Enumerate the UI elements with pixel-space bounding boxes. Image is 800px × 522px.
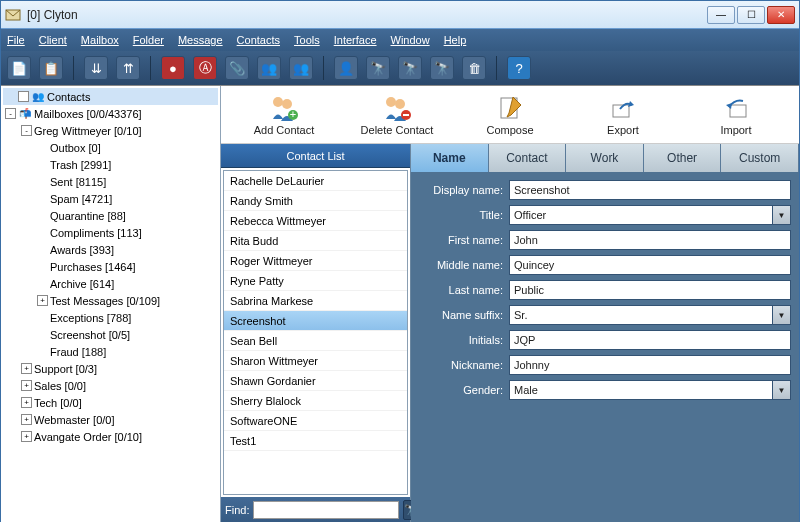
name-suffix-field[interactable]: [509, 305, 773, 325]
tree-item[interactable]: Fraud [188]: [3, 343, 218, 360]
contact-list-item[interactable]: Rebecca Wittmeyer: [224, 211, 407, 231]
tree-item[interactable]: Trash [2991]: [3, 156, 218, 173]
find-input[interactable]: [253, 501, 399, 519]
checkbox[interactable]: [18, 91, 29, 102]
menu-folder[interactable]: Folder: [133, 34, 164, 46]
contact-list-item[interactable]: Rita Budd: [224, 231, 407, 251]
tree-item[interactable]: -Greg Wittmeyer [0/10]: [3, 122, 218, 139]
tree-item[interactable]: +Avangate Order [0/10]: [3, 428, 218, 445]
contact-list-item[interactable]: Roger Wittmeyer: [224, 251, 407, 271]
menu-interface[interactable]: Interface: [334, 34, 377, 46]
expand-icon[interactable]: +: [21, 414, 32, 425]
tool-insert-icon[interactable]: 📎: [225, 56, 249, 80]
detail-tabs: NameContactWorkOtherCustom: [411, 144, 799, 172]
first-name-field[interactable]: [509, 230, 791, 250]
tree-item[interactable]: Screenshot [0/5]: [3, 326, 218, 343]
expand-icon[interactable]: +: [21, 380, 32, 391]
tool-find-prev-icon[interactable]: 🔭: [398, 56, 422, 80]
tree-item[interactable]: Spam [4721]: [3, 190, 218, 207]
tree-item[interactable]: Outbox [0]: [3, 139, 218, 156]
tab-work[interactable]: Work: [566, 144, 644, 172]
tab-name[interactable]: Name: [411, 144, 489, 172]
tree-item[interactable]: Purchases [1464]: [3, 258, 218, 275]
chevron-down-icon[interactable]: ▼: [773, 305, 791, 325]
menu-file[interactable]: File: [7, 34, 25, 46]
menu-client[interactable]: Client: [39, 34, 67, 46]
menu-tools[interactable]: Tools: [294, 34, 320, 46]
contact-list-item[interactable]: Sabrina Markese: [224, 291, 407, 311]
export-button[interactable]: Export: [578, 94, 668, 136]
tree-item[interactable]: 👥Contacts: [3, 88, 218, 105]
collapse-icon[interactable]: -: [21, 125, 32, 136]
nickname-field[interactable]: [509, 355, 791, 375]
contact-list-item[interactable]: Sean Bell: [224, 331, 407, 351]
tree-item[interactable]: Compliments [113]: [3, 224, 218, 241]
tree-item[interactable]: +Sales [0/0]: [3, 377, 218, 394]
contact-list[interactable]: Rachelle DeLaurierRandy SmithRebecca Wit…: [223, 170, 408, 495]
tool-help-icon[interactable]: ?: [507, 56, 531, 80]
title-field[interactable]: [509, 205, 773, 225]
middle-name-field[interactable]: [509, 255, 791, 275]
import-button[interactable]: Import: [691, 94, 781, 136]
collapse-icon[interactable]: -: [5, 108, 16, 119]
expand-icon[interactable]: +: [21, 431, 32, 442]
tool-binoculars-icon[interactable]: 🔭: [366, 56, 390, 80]
menu-message[interactable]: Message: [178, 34, 223, 46]
tab-other[interactable]: Other: [644, 144, 722, 172]
contact-list-item[interactable]: Ryne Patty: [224, 271, 407, 291]
tool-people-add-icon[interactable]: 👥: [257, 56, 281, 80]
tool-people-tag-icon[interactable]: 👥: [289, 56, 313, 80]
tree-item[interactable]: Awards [393]: [3, 241, 218, 258]
maximize-button[interactable]: ☐: [737, 6, 765, 24]
delete-contact-button[interactable]: Delete Contact: [352, 94, 442, 136]
menu-help[interactable]: Help: [444, 34, 467, 46]
contact-list-item[interactable]: Randy Smith: [224, 191, 407, 211]
expand-icon[interactable]: +: [37, 295, 48, 306]
tool-sync-down-icon[interactable]: ⇊: [84, 56, 108, 80]
contact-list-item[interactable]: SoftwareONE: [224, 411, 407, 431]
tab-contact[interactable]: Contact: [489, 144, 567, 172]
tool-record-icon[interactable]: ●: [161, 56, 185, 80]
add-contact-button[interactable]: +Add Contact: [239, 94, 329, 136]
gender-field[interactable]: [509, 380, 773, 400]
folder-tree[interactable]: 👥Contacts-📬Mailboxes [0/0/43376]-Greg Wi…: [1, 86, 221, 522]
tab-custom[interactable]: Custom: [721, 144, 799, 172]
contact-list-item[interactable]: Screenshot: [224, 311, 407, 331]
tool-find-next-icon[interactable]: 🔭: [430, 56, 454, 80]
tree-item[interactable]: +Test Messages [0/109]: [3, 292, 218, 309]
tree-item[interactable]: Exceptions [788]: [3, 309, 218, 326]
field-label: Initials:: [415, 334, 503, 346]
tool-trash-icon[interactable]: 🗑: [462, 56, 486, 80]
tree-item[interactable]: Archive [614]: [3, 275, 218, 292]
last-name-field[interactable]: [509, 280, 791, 300]
menu-mailbox[interactable]: Mailbox: [81, 34, 119, 46]
tree-label: Quarantine [88]: [50, 210, 126, 222]
tree-item[interactable]: Quarantine [88]: [3, 207, 218, 224]
expand-icon[interactable]: +: [21, 363, 32, 374]
expand-icon[interactable]: +: [21, 397, 32, 408]
tool-copy-icon[interactable]: 📋: [39, 56, 63, 80]
contact-list-item[interactable]: Sharon Wittmeyer: [224, 351, 407, 371]
contact-list-item[interactable]: Sherry Blalock: [224, 391, 407, 411]
menu-contacts[interactable]: Contacts: [237, 34, 280, 46]
contact-list-item[interactable]: Shawn Gordanier: [224, 371, 407, 391]
close-button[interactable]: ✕: [767, 6, 795, 24]
tool-contact-icon[interactable]: 👤: [334, 56, 358, 80]
tool-new-icon[interactable]: 📄: [7, 56, 31, 80]
compose-button[interactable]: Compose: [465, 94, 555, 136]
contact-list-item[interactable]: Test1: [224, 431, 407, 451]
tree-item[interactable]: Sent [8115]: [3, 173, 218, 190]
display-name-field[interactable]: [509, 180, 791, 200]
tree-item[interactable]: +Webmaster [0/0]: [3, 411, 218, 428]
chevron-down-icon[interactable]: ▼: [773, 205, 791, 225]
tool-sync-up-icon[interactable]: ⇈: [116, 56, 140, 80]
tree-item[interactable]: +Tech [0/0]: [3, 394, 218, 411]
minimize-button[interactable]: —: [707, 6, 735, 24]
initials-field[interactable]: [509, 330, 791, 350]
chevron-down-icon[interactable]: ▼: [773, 380, 791, 400]
tree-item[interactable]: -📬Mailboxes [0/0/43376]: [3, 105, 218, 122]
menu-window[interactable]: Window: [391, 34, 430, 46]
contact-list-item[interactable]: Rachelle DeLaurier: [224, 171, 407, 191]
tool-spellcheck-icon[interactable]: Ⓐ: [193, 56, 217, 80]
tree-item[interactable]: +Support [0/3]: [3, 360, 218, 377]
